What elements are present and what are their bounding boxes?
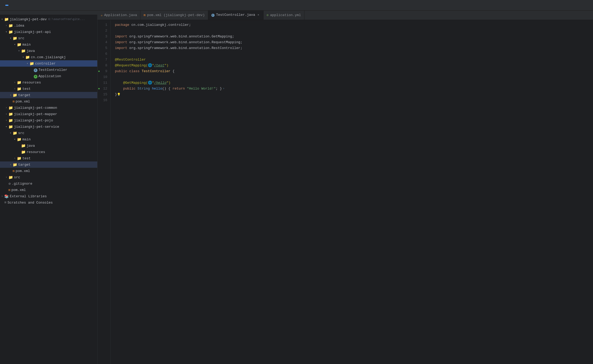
- tree-arrow-main-svc[interactable]: ▾: [13, 138, 17, 141]
- tab-application-java[interactable]: ☕Application.java: [98, 11, 140, 20]
- tree-arrow-pojo[interactable]: ›: [4, 119, 8, 122]
- code-line-6: [115, 51, 593, 57]
- tree-item-common[interactable]: ›📁jialiangkj-pet-common: [0, 105, 97, 111]
- tree-item-controller[interactable]: ▾📁controller: [0, 60, 97, 67]
- tree-arrow-pkg[interactable]: ▾: [21, 56, 25, 59]
- tree-arrow-target-api[interactable]: ›: [8, 94, 13, 97]
- tree-label-java-api: java: [27, 49, 35, 53]
- tree-item-src-api[interactable]: ▾📁src: [0, 35, 97, 41]
- tree-arrow-common[interactable]: ›: [4, 106, 8, 109]
- tree-arrow-idea[interactable]: ›: [4, 24, 8, 27]
- tabs-bar: ☕Application.javampom.xml (jialiangkj-pe…: [98, 11, 593, 20]
- tree-icon-res-svc: 📁: [21, 150, 26, 154]
- tree-item-test-svc[interactable]: ›📁test: [0, 155, 97, 161]
- token-pkg: ; }: [216, 86, 222, 92]
- line-num-text-5: 5: [105, 45, 107, 51]
- code-line-9: public class TestController {: [115, 68, 593, 74]
- token-kw: public: [115, 68, 129, 74]
- tree-item-pom-api[interactable]: mpom.xml: [0, 98, 97, 105]
- tree-arrow-test[interactable]: ›: [13, 87, 17, 90]
- tree-item-pkg[interactable]: ▾📁cn.com.jialiangkj: [0, 54, 97, 60]
- tree-item-pom-root[interactable]: mpom.xml: [0, 187, 97, 193]
- tree-arrow-target-svc[interactable]: ›: [8, 163, 13, 166]
- tree-item-target-svc[interactable]: ›📁target: [0, 161, 97, 168]
- line-number-3: 3: [98, 34, 110, 40]
- sidebar-locate-btn[interactable]: [77, 12, 79, 13]
- tree-icon-Application: A: [34, 74, 37, 78]
- tree-arrow-ext-libs[interactable]: ›: [0, 195, 4, 198]
- tree-arrow-api[interactable]: ▾: [4, 30, 8, 33]
- tree-label-pom-api: pom.xml: [16, 100, 30, 104]
- fold-arrow-12[interactable]: ›: [223, 86, 225, 92]
- tree-item-api[interactable]: ▾📁jialiangkj-pet-api: [0, 29, 97, 35]
- tree-arrow-main-api[interactable]: ▾: [13, 43, 17, 46]
- tree-item-target-api[interactable]: ›📁target: [0, 92, 97, 98]
- line-num-text-6: 6: [105, 51, 107, 57]
- tree-item-src-svc[interactable]: ▾📁src: [0, 130, 97, 136]
- tree-label-test: test: [22, 87, 31, 91]
- token-globe: 🌐: [148, 63, 152, 68]
- tree-item-java-svc[interactable]: 📁java: [0, 142, 97, 149]
- token-ret-str: "Hello World!": [187, 86, 216, 92]
- tree-item-main-api[interactable]: ▾📁main: [0, 41, 97, 48]
- tree-arrow-src-root[interactable]: ›: [4, 176, 8, 179]
- sidebar-close-btn[interactable]: [85, 12, 87, 13]
- tree-icon-test-svc: 📁: [17, 156, 21, 161]
- tree-arrow-service[interactable]: ▾: [4, 125, 8, 128]
- tree-item-idea[interactable]: ›📁.idea: [0, 22, 97, 29]
- tree-arrow-java-api[interactable]: ▾: [17, 49, 21, 52]
- line-num-text-10: 10: [103, 74, 107, 80]
- tab-application-yml[interactable]: ⚙application.yml: [264, 11, 304, 20]
- tree-arrow-resources[interactable]: ›: [13, 81, 17, 84]
- tree-item-pojo[interactable]: ›📁jialiangkj-pet-pojo: [0, 117, 97, 124]
- tree-item-src-root[interactable]: ›📁src: [0, 174, 97, 180]
- tree-arrow-controller[interactable]: ▾: [25, 62, 30, 65]
- tree-item-test[interactable]: ›📁test: [0, 86, 97, 92]
- editor-content: 12345678●91011●121516 package cn.com.jia…: [98, 20, 593, 364]
- tab-close-test-controller[interactable]: ×: [257, 13, 260, 17]
- sidebar-minimize-btn[interactable]: [92, 12, 94, 13]
- tab-icon-application-java: ☕: [101, 13, 103, 17]
- sidebar-more-btn[interactable]: [88, 12, 90, 13]
- tree-item-Application[interactable]: AApplication: [0, 73, 97, 79]
- tab-test-controller[interactable]: CTestController.java×: [208, 11, 264, 20]
- tree-label-res-svc: resources: [27, 150, 45, 154]
- tree-label-src-root: src: [14, 175, 20, 179]
- code-area[interactable]: package cn.com.jialiangkj.controller;imp…: [111, 20, 593, 364]
- tree-label-gitignore: .gitignore: [12, 182, 32, 186]
- code-line-10: [115, 74, 593, 80]
- tree-icon-main-svc: 📁: [17, 137, 21, 142]
- tree-icon-api: 📁: [8, 30, 13, 34]
- tree-item-java-api[interactable]: ▾📁java: [0, 48, 97, 54]
- token-ann: "): [166, 80, 171, 86]
- tree-item-mapper[interactable]: ›📁jialiangkj-pet-mapper: [0, 111, 97, 117]
- tree-label-idea: .idea: [14, 24, 24, 28]
- sidebar-tree: ▾📁jialiangkj-pet-devE:\sourceTree\gite..…: [0, 15, 97, 364]
- tree-item-resources[interactable]: ›📁resources: [0, 79, 97, 86]
- tree-item-res-svc[interactable]: 📁resources: [0, 149, 97, 155]
- tree-arrow-mapper[interactable]: ›: [4, 113, 8, 116]
- tree-arrow-src-api[interactable]: ▾: [8, 37, 13, 40]
- line-numbers: 12345678●91011●121516: [98, 20, 111, 364]
- tree-item-main-svc[interactable]: ▾📁main: [0, 136, 97, 142]
- code-line-3: import org.springframework.web.bind.anno…: [115, 34, 593, 40]
- line-num-text-11: 11: [103, 80, 107, 86]
- tree-arrow-root[interactable]: ▾: [0, 18, 4, 21]
- tree-label-test-svc: test: [22, 156, 31, 160]
- line-number-1: 1: [98, 22, 110, 28]
- line-number-9: ●9: [98, 68, 110, 74]
- tree-item-ext-libs[interactable]: ›📚External Libraries: [0, 193, 97, 199]
- tree-arrow-src-svc[interactable]: ▾: [8, 131, 13, 135]
- tree-icon-mapper: 📁: [8, 112, 13, 116]
- tab-pom-xml[interactable]: mpom.xml (jialiangkj-pet-dev): [140, 11, 208, 20]
- tree-item-service[interactable]: ▾📁jialiangkj-pet-service: [0, 124, 97, 130]
- tree-arrow-test-svc[interactable]: ›: [13, 157, 17, 160]
- tree-item-pom-svc[interactable]: mpom.xml: [0, 168, 97, 174]
- line-number-12: ●12: [98, 86, 110, 92]
- tree-item-scratches[interactable]: ≡Scratches and Consoles: [0, 199, 97, 206]
- tree-item-gitignore[interactable]: ⊘.gitignore: [0, 180, 97, 187]
- tree-item-TestController[interactable]: CTestController: [0, 67, 97, 73]
- tree-item-root[interactable]: ▾📁jialiangkj-pet-devE:\sourceTree\gite..…: [0, 16, 97, 22]
- sidebar-collapse-btn[interactable]: [81, 12, 83, 13]
- tree-label-common: jialiangkj-pet-common: [14, 106, 57, 110]
